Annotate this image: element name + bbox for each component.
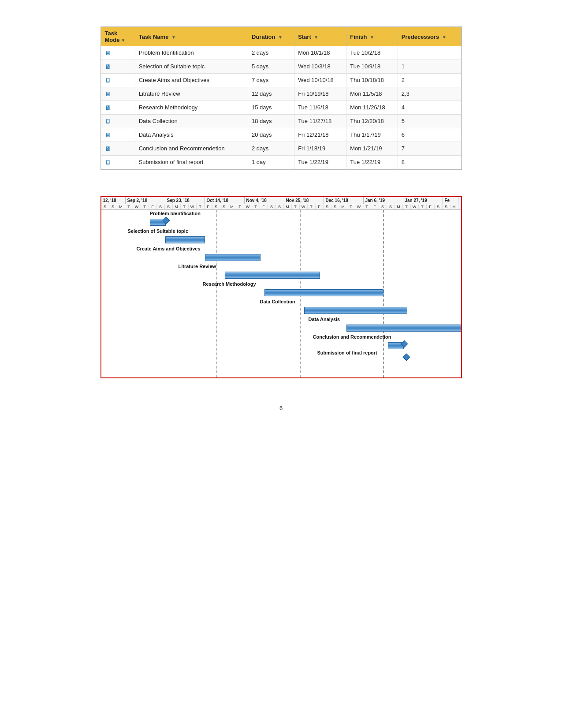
task-finish-cell: Mon 11/26/18	[346, 101, 398, 115]
task-mode-icon: 🖥	[105, 131, 111, 138]
gantt-day-cell: M	[117, 204, 125, 209]
gantt-day-cell: W	[300, 204, 308, 209]
gantt-day-cell: T	[252, 204, 260, 209]
task-name-cell: Create Aims and Objectives	[135, 74, 248, 87]
task-finish-cell: Thu 10/18/18	[346, 74, 398, 87]
gantt-day-cell: T	[125, 204, 133, 209]
gantt-day-cell: F	[260, 204, 268, 209]
task-name-cell: Litrature Review	[135, 87, 248, 101]
gantt-month-cell: Oct 14, '18	[205, 197, 245, 204]
task-pred-cell: 5	[398, 115, 461, 128]
gantt-milestone	[402, 354, 410, 361]
task-pred-cell	[398, 46, 461, 60]
task-mode-cell: 🖥	[101, 156, 135, 169]
task-start-cell: Wed 10/10/18	[294, 74, 346, 87]
task-start-cell: Tue 11/27/18	[294, 115, 346, 128]
task-mode-icon: 🖥	[105, 63, 111, 70]
task-start-cell: Fri 12/21/18	[294, 128, 346, 142]
gantt-day-cell: M	[395, 204, 403, 209]
gantt-task-bar	[205, 254, 261, 261]
gantt-day-cell: S	[435, 204, 443, 209]
task-start-cell: Mon 10/1/18	[294, 46, 346, 60]
gantt-day-cell: F	[205, 204, 212, 209]
gantt-day-cell: T	[141, 204, 149, 209]
task-name-cell: Selection of Suitable topic	[135, 60, 248, 74]
gantt-day-cell: M	[450, 204, 458, 209]
gantt-day-cell: S	[387, 204, 395, 209]
gantt-task-label: Data Collection	[260, 299, 295, 304]
task-start-cell: Fri 1/18/19	[294, 142, 346, 156]
gantt-day-cell: S	[101, 204, 109, 209]
gantt-day-cell: S	[379, 204, 387, 209]
col-task-name: Task Name ▼	[135, 27, 248, 46]
task-finish-cell: Tue 10/2/18	[346, 46, 398, 60]
col-duration: Duration ▼	[248, 27, 294, 46]
gantt-day-cell: T	[458, 204, 462, 209]
gantt-task-bar	[225, 272, 320, 279]
task-name-cell: Data Analysis	[135, 128, 248, 142]
task-mode-icon: 🖥	[105, 104, 111, 111]
gantt-task-bar	[264, 289, 383, 296]
gantt-day-cell: M	[228, 204, 236, 209]
task-pred-cell: 2	[398, 74, 461, 87]
gantt-day-cell: W	[411, 204, 419, 209]
gantt-day-cell: W	[189, 204, 197, 209]
gantt-months-row: 12, '18Sep 2, '18Sep 23, '18Oct 14, '18N…	[101, 197, 461, 204]
gantt-month-cell: Nov 4, '18	[245, 197, 284, 204]
gantt-task-label: Data Analysis	[309, 317, 340, 322]
gantt-day-cell: T	[181, 204, 189, 209]
task-finish-cell: Thu 12/20/18	[346, 115, 398, 128]
task-mode-cell: 🖥	[101, 101, 135, 115]
gantt-day-cell: S	[443, 204, 450, 209]
task-pred-cell: 4	[398, 101, 461, 115]
task-name-cell: Research Methodology	[135, 101, 248, 115]
task-mode-icon: 🖥	[105, 145, 111, 152]
table-row: 🖥 Data Analysis 20 days Fri 12/21/18 Thu…	[101, 128, 461, 142]
gantt-day-cell: S	[324, 204, 331, 209]
gantt-day-cell: T	[403, 204, 411, 209]
gantt-task-bar	[346, 325, 461, 332]
task-duration-cell: 12 days	[248, 87, 294, 101]
gantt-day-cell: T	[197, 204, 205, 209]
task-start-cell: Wed 10/3/18	[294, 60, 346, 74]
col-predecessors: Predecessors ▼	[398, 27, 461, 46]
task-pred-cell: 8	[398, 156, 461, 169]
gantt-day-cell: S	[220, 204, 228, 209]
task-duration-cell: 2 days	[248, 46, 294, 60]
task-start-cell: Fri 10/19/18	[294, 87, 346, 101]
gantt-day-cell: W	[133, 204, 141, 209]
task-pred-cell: 6	[398, 128, 461, 142]
task-pred-cell: 7	[398, 142, 461, 156]
gantt-day-cell: F	[427, 204, 435, 209]
gantt-month-cell: Jan 6, '19	[364, 197, 403, 204]
gantt-task-label: Selection of Suitable topic	[128, 228, 189, 234]
gantt-day-cell: M	[339, 204, 347, 209]
table-row: 🖥 Conclusion and Recommendetion 2 days F…	[101, 142, 461, 156]
gantt-day-cell: S	[165, 204, 173, 209]
gantt-task-bar	[165, 236, 205, 243]
gantt-day-cell: M	[284, 204, 292, 209]
task-mode-cell: 🖥	[101, 87, 135, 101]
gantt-day-cell: T	[236, 204, 244, 209]
task-start-cell: Tue 1/22/19	[294, 156, 346, 169]
task-mode-icon: 🖥	[105, 159, 111, 166]
gantt-month-cell: Jan 27, '19	[403, 197, 443, 204]
task-finish-cell: Tue 10/9/18	[346, 60, 398, 74]
task-mode-cell: 🖥	[101, 74, 135, 87]
gantt-task-label: Research Methodology	[203, 281, 256, 287]
task-mode-icon: 🖥	[105, 77, 111, 84]
gantt-day-cell: T	[363, 204, 371, 209]
task-duration-cell: 2 days	[248, 142, 294, 156]
gantt-task-label: Litrature Review	[179, 264, 216, 269]
gantt-task-label: Create Aims and Objectives	[137, 246, 201, 251]
gantt-day-cell: S	[212, 204, 220, 209]
table-row: 🖥 Litrature Review 12 days Fri 10/19/18 …	[101, 87, 461, 101]
gantt-day-cell: W	[355, 204, 363, 209]
gantt-day-cell: S	[331, 204, 339, 209]
task-name-cell: Data Collection	[135, 115, 248, 128]
gantt-content: Problem IdentificationSelection of Suita…	[101, 210, 461, 377]
task-name-cell: Submission of final report	[135, 156, 248, 169]
page-number: 6	[18, 405, 544, 411]
task-finish-cell: Mon 1/21/19	[346, 142, 398, 156]
table-row: 🖥 Problem Identification 2 days Mon 10/1…	[101, 46, 461, 60]
